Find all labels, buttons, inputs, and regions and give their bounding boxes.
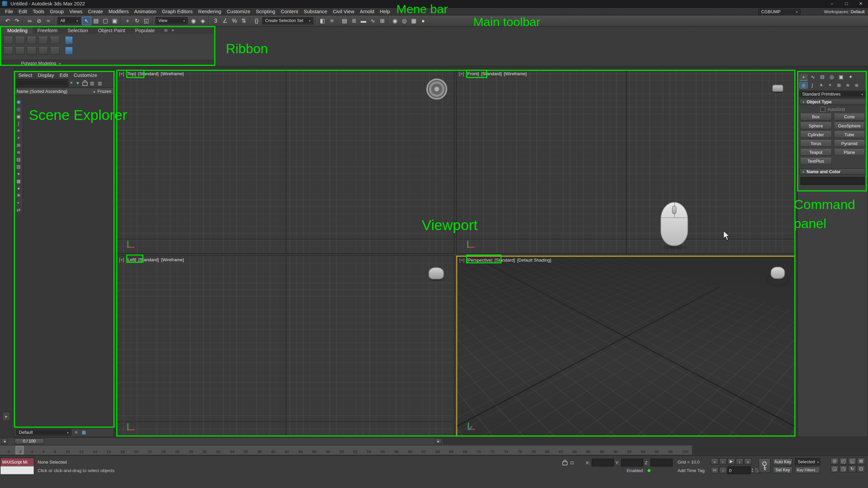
- lights-category-icon[interactable]: ☀: [817, 82, 825, 89]
- maxscript-listener-input[interactable]: [1, 466, 34, 474]
- scene-object-front-small[interactable]: [772, 85, 784, 92]
- key-mode-icon[interactable]: ▭: [711, 467, 718, 474]
- menu-file[interactable]: File: [2, 8, 16, 14]
- zoom-extents-icon[interactable]: ◱: [848, 458, 856, 465]
- select-and-move-icon[interactable]: +: [123, 16, 132, 25]
- viewport-menu-icon[interactable]: [+]: [119, 257, 124, 262]
- previous-frame-icon[interactable]: ◂: [1, 438, 8, 444]
- viewport-menu-icon[interactable]: [+]: [459, 72, 464, 77]
- primitive-button-tube[interactable]: Tube: [833, 131, 865, 138]
- ribbon-config-icon[interactable]: ⊞: [164, 28, 167, 32]
- bind-to-space-warp-icon[interactable]: ≈: [44, 16, 53, 25]
- menu-rendering[interactable]: Rendering: [195, 8, 224, 14]
- ribbon-tool-button[interactable]: [26, 47, 36, 55]
- auto-key-button[interactable]: Auto Key: [773, 458, 793, 465]
- shapes-category-icon[interactable]: ∫: [808, 82, 816, 89]
- use-pivot-center-icon[interactable]: ◉: [189, 16, 198, 25]
- se-display-xrefs-icon[interactable]: ▥: [14, 163, 22, 170]
- primitive-button-geosphere[interactable]: GeoSphere: [833, 122, 865, 129]
- toggle-ribbon-icon[interactable]: ▬: [359, 16, 368, 25]
- toggle-scene-explorer-icon[interactable]: ▤: [340, 16, 349, 25]
- viewport-pov-label[interactable]: [Left]: [126, 257, 136, 262]
- autogrid-checkbox[interactable]: [820, 107, 825, 112]
- menu-create[interactable]: Create: [85, 8, 105, 14]
- menu-help[interactable]: Help: [377, 8, 393, 14]
- name-column-header[interactable]: Name (Sorted Ascending): [17, 89, 67, 94]
- explorer-grid-icon[interactable]: ▦: [81, 430, 87, 435]
- ribbon-tool-button[interactable]: [50, 36, 60, 44]
- undo-icon[interactable]: ↶: [3, 16, 12, 25]
- select-display-icon[interactable]: ▤: [89, 81, 95, 86]
- se-display-shapes-icon[interactable]: ∫: [14, 120, 22, 127]
- select-and-rotate-icon[interactable]: ↻: [132, 16, 142, 25]
- select-and-manipulate-icon[interactable]: ◈: [198, 16, 208, 25]
- select-and-link-icon[interactable]: ∞: [25, 16, 34, 25]
- scene-explorer-list[interactable]: ◉◎▣∫☀⌖⊞≋▤▥✦▦●❄◐⇄: [14, 95, 113, 428]
- ribbon-tool-button[interactable]: [38, 36, 48, 44]
- viewport-splitter[interactable]: [116, 254, 795, 256]
- time-slider-thumb[interactable]: 0 / 100: [14, 438, 44, 444]
- mouse-model-front-view[interactable]: [660, 202, 688, 246]
- viewport-shading-label[interactable]: [Wireframe]: [504, 72, 527, 77]
- primitive-family-combo[interactable]: Standard Primitives ▾: [800, 91, 866, 98]
- display-tab-icon[interactable]: ▣: [837, 73, 845, 80]
- explorer-menu-edit[interactable]: Edit: [57, 72, 71, 78]
- clear-search-icon[interactable]: ✕: [70, 81, 73, 85]
- polygon-modeling-section[interactable]: Polygon Modeling ▾: [0, 60, 215, 66]
- play-icon[interactable]: ▶: [727, 458, 735, 465]
- edit-named-selection-sets-icon[interactable]: {}: [252, 16, 261, 25]
- sort-ascending-icon[interactable]: ▲: [93, 89, 98, 93]
- curve-editor-icon[interactable]: ∿: [368, 16, 378, 25]
- workspace-combo[interactable]: CGBUMP ▾: [758, 9, 801, 15]
- ribbon-tab-selection[interactable]: Selection: [63, 26, 93, 34]
- menu-scripting[interactable]: Scripting: [253, 8, 278, 14]
- ribbon-tab-object-paint[interactable]: Object Paint: [93, 26, 130, 34]
- scene-explorer-search-input[interactable]: [16, 79, 68, 87]
- zoom-icon[interactable]: ◎: [830, 458, 839, 465]
- set-key-button[interactable]: Set Key: [773, 466, 793, 473]
- viewport-renderer-label[interactable]: [Standard]: [481, 72, 501, 77]
- menu-substance[interactable]: Substance: [301, 8, 330, 14]
- ribbon-poly-modeling-button[interactable]: [65, 36, 73, 44]
- next-key-icon[interactable]: ›: [736, 458, 744, 465]
- se-display-helpers-icon[interactable]: ⊞: [14, 142, 22, 149]
- viewport-pov-label[interactable]: [Front]: [466, 72, 479, 77]
- next-frame-icon[interactable]: ▸: [435, 438, 442, 444]
- viewport-shading-label[interactable]: [Default Shading]: [517, 258, 551, 263]
- utilities-tab-icon[interactable]: ✦: [846, 73, 854, 80]
- ribbon-tab-modeling[interactable]: Modeling: [2, 26, 33, 34]
- schematic-view-icon[interactable]: ⊞: [377, 16, 387, 25]
- ribbon-tool-button[interactable]: [50, 47, 60, 55]
- viewport-left[interactable]: [+] [Left] [Standard] [Wireframe]: [116, 256, 455, 436]
- ribbon-minimize-icon[interactable]: ▾: [172, 28, 174, 32]
- maximize-button[interactable]: □: [839, 0, 853, 7]
- menu-customize[interactable]: Customize: [224, 8, 253, 14]
- object-name-input[interactable]: [801, 177, 865, 185]
- viewport-renderer-label[interactable]: [Standard]: [138, 72, 158, 77]
- object-color-swatch[interactable]: [866, 178, 867, 184]
- viewport-renderer-label[interactable]: [Standard]: [138, 257, 159, 262]
- window-crossing-icon[interactable]: ▣: [110, 16, 120, 25]
- maximize-viewport-icon[interactable]: ⊡: [857, 465, 865, 472]
- menu-tools[interactable]: Tools: [30, 8, 47, 14]
- z-coordinate-field[interactable]: [650, 459, 672, 466]
- percent-snap-icon[interactable]: %: [230, 16, 239, 25]
- ribbon-tool-button[interactable]: [15, 47, 25, 55]
- explorer-settings-icon[interactable]: ≡: [73, 430, 79, 435]
- viewport-top[interactable]: [+] [Top] [Standard] [Wireframe]: [116, 70, 455, 254]
- menu-views[interactable]: Views: [66, 8, 85, 14]
- render-production-icon[interactable]: ●: [418, 16, 428, 25]
- se-display-materials-icon[interactable]: ●: [14, 185, 22, 192]
- minimize-button[interactable]: –: [825, 0, 839, 7]
- angle-snap-icon[interactable]: ∠: [220, 16, 230, 25]
- redo-icon[interactable]: ↷: [12, 16, 22, 25]
- select-and-scale-icon[interactable]: ◱: [142, 16, 151, 25]
- systems-category-icon[interactable]: ⊛: [852, 82, 861, 89]
- viewport-shading-label[interactable]: [Wireframe]: [161, 257, 184, 262]
- se-display-all-icon[interactable]: ◉: [14, 99, 22, 106]
- current-frame-field[interactable]: [727, 466, 751, 474]
- y-coordinate-field[interactable]: [621, 459, 643, 466]
- explorer-menu-customize[interactable]: Customize: [71, 72, 100, 78]
- viewport-perspective[interactable]: [+] [Perspective] [Standard] [Default Sh…: [456, 256, 795, 436]
- explorer-menu-display[interactable]: Display: [35, 72, 57, 78]
